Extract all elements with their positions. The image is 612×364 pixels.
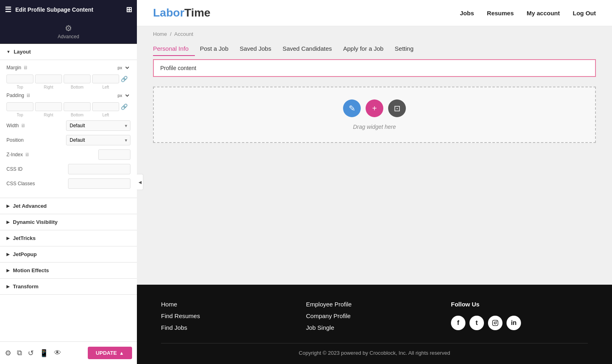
jet-popup-header[interactable]: ▶ JetPopup — [0, 246, 137, 262]
widget-add-button[interactable]: + — [366, 99, 383, 117]
drag-hint-text: Drag widget here — [353, 124, 396, 130]
transform-label: Transform — [13, 283, 39, 290]
nav-my-account[interactable]: My account — [527, 10, 560, 17]
dynamic-visibility-label: Dynamic Visibility — [13, 219, 58, 225]
padding-bottom-label: Bottom — [64, 113, 91, 117]
position-select[interactable]: Default Fixed Absolute — [66, 135, 130, 145]
logo: LaborTime — [153, 6, 211, 19]
padding-link-icon[interactable]: 🔗 — [121, 103, 130, 110]
jet-advanced-header[interactable]: ▶ Jet Advanced — [0, 198, 137, 214]
nav-jobs[interactable]: Jobs — [460, 10, 474, 17]
sidebar: ☰ Edit Profile Subpage Content ⊞ ⚙ Advan… — [0, 0, 137, 364]
padding-bottom-input[interactable] — [64, 102, 91, 111]
top-nav: LaborTime Jobs Resumes My account Log Ou… — [137, 0, 612, 26]
history-bottom-icon[interactable]: ↺ — [28, 349, 34, 358]
width-monitor-icon: 🖥 — [21, 123, 25, 128]
tab-saved-jobs[interactable]: Saved Jobs — [240, 42, 277, 56]
footer-col-1: Home Find Resumes Find Jobs — [161, 301, 298, 331]
social-linkedin-icon[interactable]: in — [507, 316, 521, 330]
position-select-wrapper: Default Fixed Absolute ▼ — [66, 135, 130, 145]
nav-resumes[interactable]: Resumes — [487, 10, 514, 17]
footer-link-home[interactable]: Home — [161, 301, 298, 308]
motion-effects-section: ▶ Motion Effects — [0, 263, 137, 279]
tab-personal-info[interactable]: Personal Info — [153, 42, 195, 56]
footer-link-find-jobs[interactable]: Find Jobs — [161, 324, 298, 331]
z-index-monitor-icon: 🖥 — [25, 152, 29, 157]
advanced-section: ⚙ Advanced — [0, 19, 137, 44]
tab-setting[interactable]: Setting — [395, 42, 420, 56]
widget-edit-button[interactable]: ✎ — [343, 99, 361, 117]
social-twitter-icon[interactable]: t — [469, 316, 484, 330]
breadcrumb-home[interactable]: Home — [153, 31, 167, 37]
position-row: Position Default Fixed Absolute ▼ — [6, 135, 130, 145]
collapse-sidebar-tab[interactable]: ◀ — [137, 174, 143, 190]
margin-top-input[interactable] — [6, 74, 33, 83]
padding-row: Padding 🖥 px % em — [6, 93, 130, 98]
margin-row: Margin 🖥 px % em — [6, 65, 130, 70]
footer-link-find-resumes[interactable]: Find Resumes — [161, 312, 298, 319]
logo-time: Time — [184, 6, 211, 19]
margin-inputs: 🔗 — [6, 74, 130, 83]
transform-header[interactable]: ▶ Transform — [0, 279, 137, 294]
jet-tricks-header[interactable]: ▶ JetTricks — [0, 230, 137, 246]
jet-tricks-arrow: ▶ — [6, 236, 10, 240]
social-instagram-icon[interactable] — [488, 316, 502, 330]
css-classes-input[interactable] — [68, 179, 130, 188]
widget-folder-button[interactable]: ⊡ — [388, 99, 406, 117]
footer-link-employee-profile[interactable]: Employee Profile — [306, 301, 443, 308]
footer-col-3: Follow Us f t in — [451, 301, 588, 331]
margin-link-icon[interactable]: 🔗 — [121, 76, 130, 82]
nav-links: Jobs Resumes My account Log Out — [460, 10, 596, 17]
sidebar-title: Edit Profile Subpage Content — [15, 6, 93, 13]
social-facebook-icon[interactable]: f — [451, 316, 465, 330]
dynamic-visibility-section: ▶ Dynamic Visibility — [0, 214, 137, 230]
bottom-icons-group: ⚙ ⧉ ↺ 📱 👁 — [5, 349, 61, 358]
widget-icons-group: ✎ + ⊡ — [343, 99, 406, 117]
footer-link-company-profile[interactable]: Company Profile — [306, 312, 443, 319]
dynamic-visibility-arrow: ▶ — [6, 220, 10, 224]
margin-bottom-label: Bottom — [64, 85, 91, 89]
dynamic-visibility-header[interactable]: ▶ Dynamic Visibility — [0, 214, 137, 230]
tab-saved-candidates[interactable]: Saved Candidates — [283, 42, 339, 56]
margin-unit-select[interactable]: px % em — [116, 65, 130, 70]
jet-advanced-label: Jet Advanced — [13, 203, 47, 209]
jet-popup-section: ▶ JetPopup — [0, 246, 137, 263]
breadcrumb-sep: / — [170, 31, 172, 37]
width-select[interactable]: Default Custom — [66, 120, 130, 131]
padding-right-label: Right — [35, 113, 62, 117]
sidebar-content: ▼ Layout Margin 🖥 px % em — [0, 44, 137, 341]
profile-content-box: Profile content — [153, 59, 596, 77]
jet-tricks-label: JetTricks — [13, 235, 35, 241]
hamburger-icon[interactable]: ☰ — [5, 5, 11, 14]
width-select-wrapper: Default Custom ▼ — [66, 120, 130, 131]
padding-right-input[interactable] — [35, 102, 62, 111]
css-id-row: CSS ID 🗑 — [6, 164, 130, 174]
css-id-input[interactable] — [68, 164, 130, 174]
advanced-label: Advanced — [58, 34, 79, 39]
responsive-bottom-icon[interactable]: 📱 — [39, 349, 48, 358]
tab-apply-for-job[interactable]: Apply for a Job — [343, 42, 390, 56]
width-row: Width 🖥 Default Custom ▼ — [6, 120, 130, 131]
layout-section-header[interactable]: ▼ Layout — [0, 44, 137, 60]
motion-effects-header[interactable]: ▶ Motion Effects — [0, 263, 137, 278]
settings-bottom-icon[interactable]: ⚙ — [5, 349, 11, 358]
grid-icon[interactable]: ⊞ — [126, 5, 132, 14]
padding-top-label: Top — [6, 113, 33, 117]
margin-left-input[interactable] — [92, 74, 119, 83]
padding-top-input[interactable] — [6, 102, 33, 111]
preview-bottom-icon[interactable]: 👁 — [54, 349, 61, 357]
margin-right-input[interactable] — [35, 74, 62, 83]
layout-arrow: ▼ — [6, 50, 10, 54]
margin-bottom-input[interactable] — [64, 74, 91, 83]
padding-monitor-icon: 🖥 — [26, 93, 31, 98]
layers-bottom-icon[interactable]: ⧉ — [17, 349, 22, 357]
position-label: Position — [6, 137, 24, 143]
nav-log-out[interactable]: Log Out — [573, 10, 596, 17]
z-index-input[interactable] — [98, 149, 130, 160]
padding-unit-select[interactable]: px % em — [116, 93, 130, 98]
margin-input-labels: Top Right Bottom Left — [6, 85, 130, 89]
update-button[interactable]: UPDATE ▲ — [88, 347, 132, 359]
padding-left-input[interactable] — [92, 102, 119, 111]
tab-post-a-job[interactable]: Post a Job — [200, 42, 235, 56]
footer-link-job-single[interactable]: Job Single — [306, 324, 443, 331]
